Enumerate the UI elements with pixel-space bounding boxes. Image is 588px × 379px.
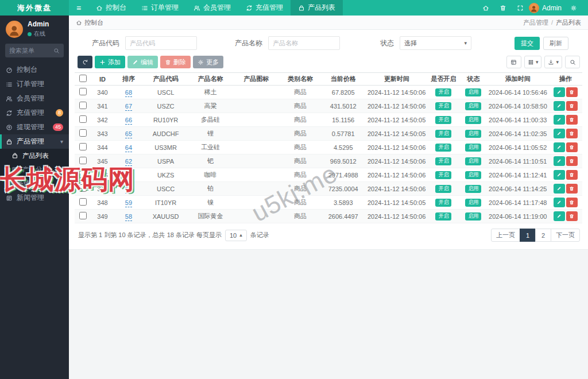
sidebar-toggle-button[interactable]: ≡ [69, 0, 88, 16]
row-checkbox[interactable] [79, 143, 87, 150]
sort-editable-link[interactable]: 62 [125, 158, 132, 166]
category-name: 商品 [280, 168, 321, 182]
row-delete-button[interactable] [566, 87, 578, 97]
navbar-settings-button[interactable] [565, 0, 582, 16]
category-name: 商品 [280, 113, 321, 127]
home-shortcut-button[interactable] [477, 0, 494, 16]
breadcrumb-section[interactable]: 产品管理 [523, 19, 548, 26]
table-search-button[interactable] [565, 56, 580, 68]
row-delete-button[interactable] [566, 170, 578, 180]
refresh-button[interactable]: 刷新 [543, 37, 568, 50]
delete-button[interactable]: 删除 [160, 56, 191, 68]
page-button-1[interactable]: 1 [520, 229, 536, 242]
sidebar-subitem-label: 产品分类 [22, 165, 49, 174]
row-checkbox[interactable] [79, 157, 87, 164]
top-nav-item-2[interactable]: 会员管理 [186, 0, 238, 16]
sidebar-item-0[interactable]: 控制台 [0, 63, 69, 77]
row-delete-button[interactable] [566, 101, 578, 111]
edit-button[interactable]: 编辑 [127, 56, 158, 68]
row-delete-button[interactable] [566, 129, 578, 138]
row-delete-button[interactable] [566, 115, 578, 125]
sidebar-item-1[interactable]: 订单管理 [0, 77, 69, 91]
menu-search-input[interactable] [9, 47, 53, 54]
row-edit-button[interactable] [554, 101, 565, 111]
sidebar-avatar[interactable] [6, 21, 23, 38]
columns-button[interactable]: ▾ [524, 56, 542, 68]
sidebar-item-5[interactable]: 产品管理▾ [0, 134, 69, 149]
sort-editable-link[interactable]: 59 [125, 199, 132, 207]
row-edit-button[interactable] [554, 115, 565, 125]
more-button[interactable]: 更多 [193, 56, 223, 68]
caret-up-icon: ▴ [239, 233, 242, 238]
navbar-username[interactable]: Admin [542, 4, 562, 12]
row-checkbox[interactable] [79, 184, 87, 192]
product-icon-cell [233, 182, 280, 196]
row-edit-button[interactable] [554, 87, 565, 97]
sidebar-item-4[interactable]: 提现管理45 [0, 120, 69, 134]
row-checkbox[interactable] [79, 115, 87, 123]
sort-editable-link[interactable]: 66 [125, 117, 132, 125]
next-page-button[interactable]: 下一页 [551, 229, 580, 242]
status-select[interactable]: 选择 ▾ [400, 36, 471, 50]
caret-down-icon: ▾ [556, 60, 559, 65]
sidebar-item-6[interactable]: 系统设置‹ [0, 176, 69, 191]
row-delete-button[interactable] [566, 156, 578, 166]
sidebar-item-2[interactable]: 会员管理 [0, 91, 69, 106]
sort-editable-link[interactable]: 65 [125, 130, 132, 138]
sort-editable-link[interactable]: 67 [125, 103, 132, 111]
brand: 海外微盘 [0, 0, 69, 16]
add-button[interactable]: 添加 [95, 56, 125, 68]
page-size-select[interactable]: 10 ▴ [225, 230, 247, 241]
breadcrumb-home[interactable]: 控制台 [84, 18, 103, 27]
add-button-label: 添加 [108, 58, 121, 67]
top-nav-item-4[interactable]: 产品列表 [291, 0, 343, 16]
sort-editable-link[interactable]: 60 [125, 185, 132, 194]
filter-group-status: 状态 选择 ▾ [380, 36, 471, 50]
row-checkbox[interactable] [79, 102, 87, 109]
top-nav-item-3[interactable]: 充值管理 [238, 0, 291, 16]
profile-info: Admin 在线 [28, 20, 49, 38]
row-edit-button[interactable] [554, 156, 565, 166]
clear-cache-button[interactable] [494, 0, 512, 16]
table-refresh-button[interactable] [78, 56, 92, 68]
sort-editable-link[interactable]: 61 [125, 172, 132, 180]
row-edit-button[interactable] [554, 211, 565, 221]
row-delete-button[interactable] [566, 142, 578, 152]
row-edit-button[interactable] [554, 170, 565, 180]
product-name-input[interactable] [268, 36, 340, 50]
sidebar-item-7[interactable]: 新闻管理 [0, 191, 69, 205]
row-delete-button[interactable] [566, 184, 578, 194]
row-checkbox[interactable] [79, 212, 87, 219]
row-checkbox[interactable] [79, 129, 87, 137]
product-code-input[interactable] [125, 36, 197, 50]
prev-page-button[interactable]: 上一页 [491, 229, 520, 242]
row-edit-button[interactable] [554, 129, 565, 138]
row-delete-button[interactable] [566, 198, 578, 207]
sort-editable-link[interactable]: 68 [125, 89, 132, 97]
row-delete-button[interactable] [566, 211, 578, 221]
row-id: 347 [91, 182, 114, 196]
top-nav-item-0[interactable]: 控制台 [88, 0, 134, 16]
export-button[interactable]: ▾ [544, 56, 562, 68]
select-all-checkbox[interactable] [79, 75, 87, 82]
sidebar-item-3[interactable]: 充值管理8 [0, 106, 69, 120]
row-checkbox[interactable] [79, 198, 87, 206]
top-nav-item-1[interactable]: 订单管理 [134, 0, 186, 16]
row-checkbox[interactable] [79, 171, 87, 178]
sidebar-subitem-1[interactable]: 产品分类 [0, 163, 69, 176]
fullscreen-button[interactable] [512, 0, 529, 16]
column-header: 产品代码 [143, 73, 188, 86]
sidebar-subitem-0[interactable]: 产品列表 [0, 149, 69, 163]
sort-editable-link[interactable]: 58 [125, 213, 132, 221]
product-name: 锂 [188, 127, 233, 141]
row-edit-button[interactable] [554, 198, 565, 207]
submit-button[interactable]: 提交 [514, 37, 540, 50]
row-checkbox[interactable] [79, 88, 87, 95]
page-button-2[interactable]: 2 [535, 229, 551, 242]
row-edit-button[interactable] [554, 142, 565, 152]
navbar-avatar[interactable] [529, 3, 539, 13]
row-edit-button[interactable] [554, 184, 565, 194]
sort-editable-link[interactable]: 64 [125, 144, 132, 152]
card-view-button[interactable] [506, 56, 521, 68]
status-badge: 启用 [465, 199, 481, 207]
